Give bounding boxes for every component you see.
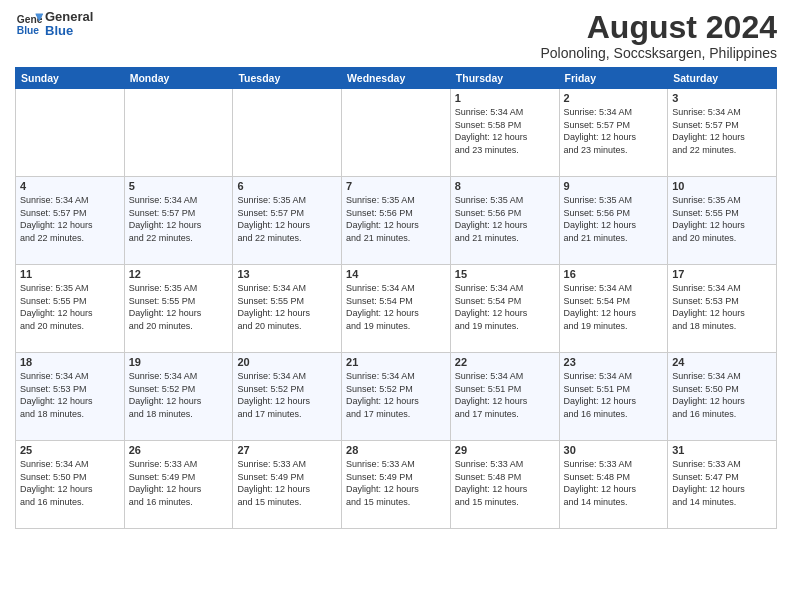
table-row: 24Sunrise: 5:34 AM Sunset: 5:50 PM Dayli…	[668, 353, 777, 441]
day-info: Sunrise: 5:34 AM Sunset: 5:53 PM Dayligh…	[20, 370, 120, 420]
table-row: 28Sunrise: 5:33 AM Sunset: 5:49 PM Dayli…	[342, 441, 451, 529]
day-info: Sunrise: 5:34 AM Sunset: 5:51 PM Dayligh…	[455, 370, 555, 420]
table-row: 27Sunrise: 5:33 AM Sunset: 5:49 PM Dayli…	[233, 441, 342, 529]
table-row: 8Sunrise: 5:35 AM Sunset: 5:56 PM Daylig…	[450, 177, 559, 265]
table-row: 23Sunrise: 5:34 AM Sunset: 5:51 PM Dayli…	[559, 353, 668, 441]
day-number: 10	[672, 180, 772, 192]
col-thursday: Thursday	[450, 68, 559, 89]
table-row: 31Sunrise: 5:33 AM Sunset: 5:47 PM Dayli…	[668, 441, 777, 529]
day-number: 6	[237, 180, 337, 192]
day-number: 30	[564, 444, 664, 456]
table-row: 7Sunrise: 5:35 AM Sunset: 5:56 PM Daylig…	[342, 177, 451, 265]
day-info: Sunrise: 5:34 AM Sunset: 5:50 PM Dayligh…	[672, 370, 772, 420]
day-info: Sunrise: 5:33 AM Sunset: 5:48 PM Dayligh…	[455, 458, 555, 508]
day-info: Sunrise: 5:34 AM Sunset: 5:51 PM Dayligh…	[564, 370, 664, 420]
table-row: 11Sunrise: 5:35 AM Sunset: 5:55 PM Dayli…	[16, 265, 125, 353]
table-row: 6Sunrise: 5:35 AM Sunset: 5:57 PM Daylig…	[233, 177, 342, 265]
day-info: Sunrise: 5:34 AM Sunset: 5:53 PM Dayligh…	[672, 282, 772, 332]
page-header: General Blue General Blue August 2024 Po…	[15, 10, 777, 61]
day-info: Sunrise: 5:34 AM Sunset: 5:57 PM Dayligh…	[129, 194, 229, 244]
day-info: Sunrise: 5:35 AM Sunset: 5:55 PM Dayligh…	[20, 282, 120, 332]
day-number: 24	[672, 356, 772, 368]
day-info: Sunrise: 5:35 AM Sunset: 5:56 PM Dayligh…	[346, 194, 446, 244]
day-info: Sunrise: 5:34 AM Sunset: 5:50 PM Dayligh…	[20, 458, 120, 508]
day-info: Sunrise: 5:34 AM Sunset: 5:54 PM Dayligh…	[346, 282, 446, 332]
day-number: 29	[455, 444, 555, 456]
day-info: Sunrise: 5:35 AM Sunset: 5:57 PM Dayligh…	[237, 194, 337, 244]
calendar-week-1: 1Sunrise: 5:34 AM Sunset: 5:58 PM Daylig…	[16, 89, 777, 177]
day-info: Sunrise: 5:33 AM Sunset: 5:49 PM Dayligh…	[129, 458, 229, 508]
day-number: 19	[129, 356, 229, 368]
day-info: Sunrise: 5:35 AM Sunset: 5:56 PM Dayligh…	[455, 194, 555, 244]
day-number: 2	[564, 92, 664, 104]
table-row: 20Sunrise: 5:34 AM Sunset: 5:52 PM Dayli…	[233, 353, 342, 441]
day-number: 11	[20, 268, 120, 280]
calendar-week-4: 18Sunrise: 5:34 AM Sunset: 5:53 PM Dayli…	[16, 353, 777, 441]
day-number: 17	[672, 268, 772, 280]
day-info: Sunrise: 5:34 AM Sunset: 5:58 PM Dayligh…	[455, 106, 555, 156]
day-info: Sunrise: 5:34 AM Sunset: 5:57 PM Dayligh…	[20, 194, 120, 244]
calendar-week-3: 11Sunrise: 5:35 AM Sunset: 5:55 PM Dayli…	[16, 265, 777, 353]
logo: General Blue General Blue	[15, 10, 93, 39]
table-row: 14Sunrise: 5:34 AM Sunset: 5:54 PM Dayli…	[342, 265, 451, 353]
table-row: 3Sunrise: 5:34 AM Sunset: 5:57 PM Daylig…	[668, 89, 777, 177]
day-number: 25	[20, 444, 120, 456]
table-row	[16, 89, 125, 177]
day-info: Sunrise: 5:33 AM Sunset: 5:49 PM Dayligh…	[237, 458, 337, 508]
day-info: Sunrise: 5:34 AM Sunset: 5:54 PM Dayligh…	[455, 282, 555, 332]
day-info: Sunrise: 5:33 AM Sunset: 5:49 PM Dayligh…	[346, 458, 446, 508]
day-number: 21	[346, 356, 446, 368]
month-year-title: August 2024	[540, 10, 777, 45]
day-info: Sunrise: 5:33 AM Sunset: 5:48 PM Dayligh…	[564, 458, 664, 508]
day-number: 22	[455, 356, 555, 368]
col-monday: Monday	[124, 68, 233, 89]
day-number: 31	[672, 444, 772, 456]
day-info: Sunrise: 5:34 AM Sunset: 5:54 PM Dayligh…	[564, 282, 664, 332]
table-row	[233, 89, 342, 177]
table-row	[342, 89, 451, 177]
calendar-header-row: Sunday Monday Tuesday Wednesday Thursday…	[16, 68, 777, 89]
col-friday: Friday	[559, 68, 668, 89]
day-number: 18	[20, 356, 120, 368]
table-row: 13Sunrise: 5:34 AM Sunset: 5:55 PM Dayli…	[233, 265, 342, 353]
day-number: 4	[20, 180, 120, 192]
day-number: 8	[455, 180, 555, 192]
day-number: 7	[346, 180, 446, 192]
day-info: Sunrise: 5:35 AM Sunset: 5:55 PM Dayligh…	[129, 282, 229, 332]
table-row: 9Sunrise: 5:35 AM Sunset: 5:56 PM Daylig…	[559, 177, 668, 265]
col-tuesday: Tuesday	[233, 68, 342, 89]
calendar-week-2: 4Sunrise: 5:34 AM Sunset: 5:57 PM Daylig…	[16, 177, 777, 265]
day-number: 14	[346, 268, 446, 280]
table-row: 21Sunrise: 5:34 AM Sunset: 5:52 PM Dayli…	[342, 353, 451, 441]
day-number: 27	[237, 444, 337, 456]
logo-icon: General Blue	[15, 10, 43, 38]
location-subtitle: Polonoling, Soccsksargen, Philippines	[540, 45, 777, 61]
day-info: Sunrise: 5:34 AM Sunset: 5:55 PM Dayligh…	[237, 282, 337, 332]
table-row: 15Sunrise: 5:34 AM Sunset: 5:54 PM Dayli…	[450, 265, 559, 353]
col-wednesday: Wednesday	[342, 68, 451, 89]
table-row: 1Sunrise: 5:34 AM Sunset: 5:58 PM Daylig…	[450, 89, 559, 177]
table-row	[124, 89, 233, 177]
table-row: 25Sunrise: 5:34 AM Sunset: 5:50 PM Dayli…	[16, 441, 125, 529]
table-row: 17Sunrise: 5:34 AM Sunset: 5:53 PM Dayli…	[668, 265, 777, 353]
day-number: 13	[237, 268, 337, 280]
day-info: Sunrise: 5:34 AM Sunset: 5:57 PM Dayligh…	[672, 106, 772, 156]
table-row: 4Sunrise: 5:34 AM Sunset: 5:57 PM Daylig…	[16, 177, 125, 265]
table-row: 16Sunrise: 5:34 AM Sunset: 5:54 PM Dayli…	[559, 265, 668, 353]
table-row: 22Sunrise: 5:34 AM Sunset: 5:51 PM Dayli…	[450, 353, 559, 441]
day-info: Sunrise: 5:35 AM Sunset: 5:55 PM Dayligh…	[672, 194, 772, 244]
day-number: 3	[672, 92, 772, 104]
logo-text: General Blue	[45, 10, 93, 39]
day-number: 26	[129, 444, 229, 456]
day-number: 28	[346, 444, 446, 456]
day-info: Sunrise: 5:34 AM Sunset: 5:52 PM Dayligh…	[237, 370, 337, 420]
day-info: Sunrise: 5:34 AM Sunset: 5:52 PM Dayligh…	[346, 370, 446, 420]
table-row: 29Sunrise: 5:33 AM Sunset: 5:48 PM Dayli…	[450, 441, 559, 529]
table-row: 19Sunrise: 5:34 AM Sunset: 5:52 PM Dayli…	[124, 353, 233, 441]
table-row: 12Sunrise: 5:35 AM Sunset: 5:55 PM Dayli…	[124, 265, 233, 353]
day-number: 12	[129, 268, 229, 280]
day-number: 20	[237, 356, 337, 368]
svg-text:Blue: Blue	[17, 26, 40, 37]
table-row: 30Sunrise: 5:33 AM Sunset: 5:48 PM Dayli…	[559, 441, 668, 529]
day-number: 9	[564, 180, 664, 192]
